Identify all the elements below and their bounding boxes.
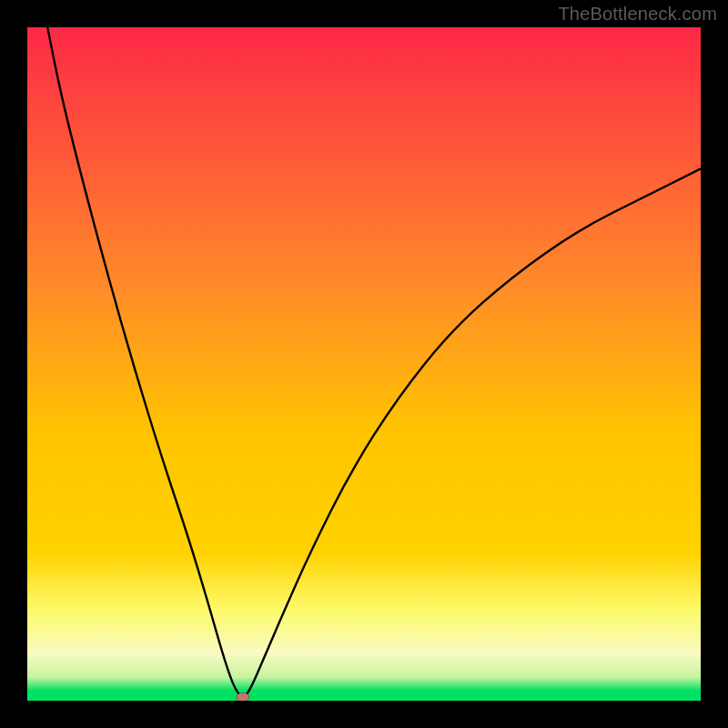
watermark-label: TheBottleneck.com xyxy=(558,4,717,25)
plot-area xyxy=(27,27,701,701)
bottleneck-chart xyxy=(27,27,701,701)
optimal-point-marker xyxy=(237,693,249,701)
chart-frame: TheBottleneck.com xyxy=(0,0,728,728)
gradient-background xyxy=(27,27,701,701)
